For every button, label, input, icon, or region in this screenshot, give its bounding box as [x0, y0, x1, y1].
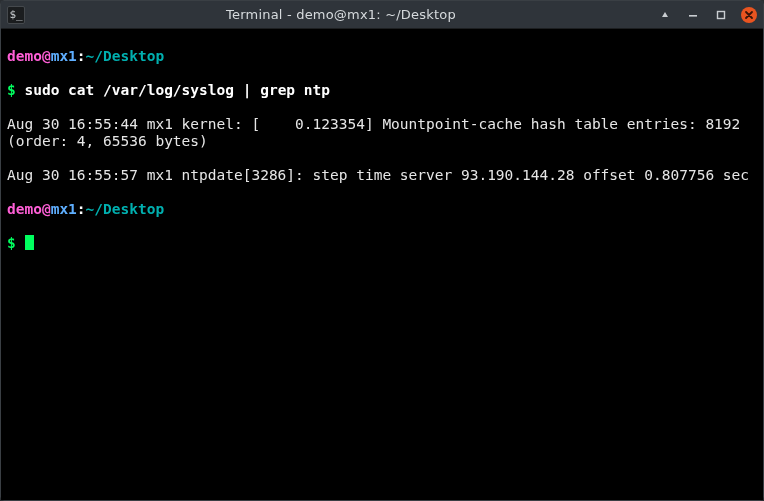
- output-line: Aug 30 16:55:57 mx1 ntpdate[3286]: step …: [7, 167, 757, 184]
- close-icon[interactable]: [741, 7, 757, 23]
- prompt-sep: :: [77, 201, 86, 217]
- prompt-host: mx1: [51, 201, 77, 217]
- terminal-viewport[interactable]: demo@mx1:~/Desktop $ sudo cat /var/log/s…: [1, 29, 763, 500]
- keep-above-icon[interactable]: [657, 7, 673, 23]
- svg-rect-0: [689, 15, 697, 17]
- prompt-dollar: $: [7, 235, 16, 251]
- prompt-line: demo@mx1:~/Desktop: [7, 48, 757, 65]
- prompt-sep: :: [77, 48, 86, 64]
- prompt-dollar: $: [7, 82, 16, 98]
- output-line: Aug 30 16:55:44 mx1 kernel: [ 0.123354] …: [7, 116, 757, 150]
- cursor-block-icon: [25, 235, 34, 250]
- prompt-at: @: [42, 201, 51, 217]
- svg-rect-1: [718, 11, 725, 18]
- prompt-at: @: [42, 48, 51, 64]
- maximize-icon[interactable]: [713, 7, 729, 23]
- terminal-window: $_ Terminal - demo@mx1: ~/Desktop demo@m…: [0, 0, 764, 501]
- window-title: Terminal - demo@mx1: ~/Desktop: [33, 7, 649, 22]
- window-controls: [657, 7, 757, 23]
- prompt-host: mx1: [51, 48, 77, 64]
- command-line: $ sudo cat /var/log/syslog | grep ntp: [7, 82, 757, 99]
- prompt-line: demo@mx1:~/Desktop: [7, 201, 757, 218]
- prompt-user: demo: [7, 201, 42, 217]
- prompt-path: ~/Desktop: [86, 48, 165, 64]
- prompt-path: ~/Desktop: [86, 201, 165, 217]
- prompt-ready-line[interactable]: $: [7, 235, 757, 252]
- titlebar[interactable]: $_ Terminal - demo@mx1: ~/Desktop: [1, 1, 763, 29]
- minimize-icon[interactable]: [685, 7, 701, 23]
- terminal-app-icon: $_: [7, 6, 25, 24]
- command-text: sudo cat /var/log/syslog | grep ntp: [16, 82, 330, 98]
- prompt-user: demo: [7, 48, 42, 64]
